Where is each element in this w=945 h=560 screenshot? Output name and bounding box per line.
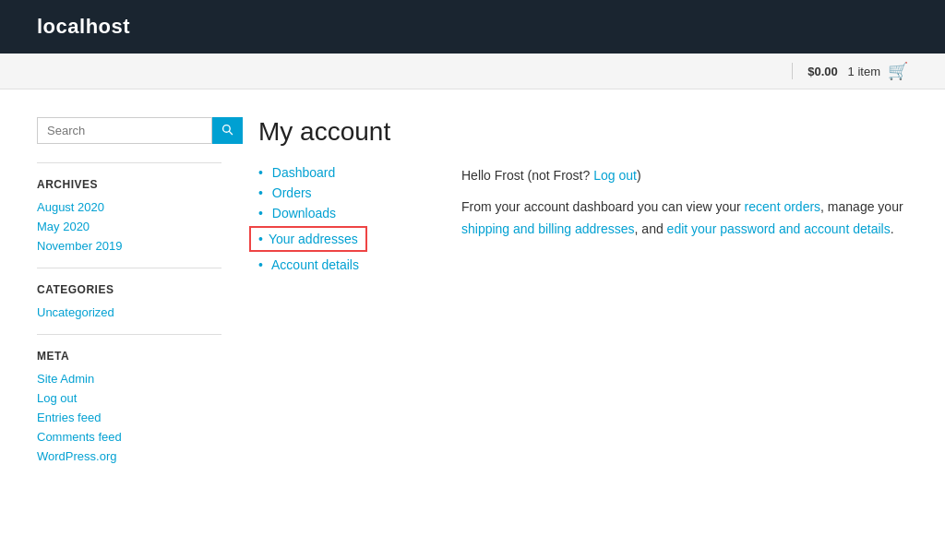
main-content: My account Dashboard Orders Downloads Yo… (258, 117, 908, 471)
greeting-text: Hello Frost (461, 168, 524, 183)
nav-link-your-addresses[interactable]: Your addresses (269, 232, 358, 246)
main-wrapper: ARCHIVES August 2020 May 2020 November 2… (0, 89, 945, 498)
sidebar-divider-1 (37, 162, 221, 163)
nav-item-your-addresses: Your addresses (249, 226, 367, 252)
site-title: localhost (37, 15, 130, 39)
nav-item-account-details: Account details (258, 257, 406, 272)
cart-icon[interactable]: 🛒 (888, 61, 908, 81)
site-header: localhost (0, 0, 945, 54)
search-icon (221, 124, 233, 136)
nav-item-downloads: Downloads (258, 206, 406, 220)
cart-items-count: 1 item (848, 65, 880, 78)
sidebar-link-august2020[interactable]: August 2020 (37, 200, 221, 214)
search-button[interactable] (212, 117, 243, 144)
sidebar-link-uncategorized[interactable]: Uncategorized (37, 305, 221, 319)
account-info-col: Hello Frost (not Frost? Log out) From yo… (461, 165, 908, 291)
search-form (37, 117, 221, 144)
nav-item-orders: Orders (258, 185, 406, 200)
sidebar-link-comments-feed[interactable]: Comments feed (37, 430, 221, 444)
shipping-billing-link[interactable]: shipping and billing addresses (461, 221, 635, 236)
meta-title: META (37, 350, 221, 363)
nav-item-dashboard: Dashboard (258, 165, 406, 180)
nav-link-downloads[interactable]: Downloads (272, 206, 336, 220)
description-paragraph: From your account dashboard you can view… (461, 197, 908, 241)
nav-link-dashboard[interactable]: Dashboard (272, 165, 336, 180)
desc-middle: , manage your (820, 199, 903, 214)
greeting-paragraph: Hello Frost (not Frost? Log out) (461, 165, 908, 187)
account-nav-col: Dashboard Orders Downloads Your addresse… (258, 165, 406, 291)
desc-final: . (891, 221, 894, 236)
logout-link[interactable]: Log out (593, 168, 637, 183)
sidebar-section-archives: ARCHIVES August 2020 May 2020 November 2… (37, 178, 221, 253)
sidebar-section-meta: META Site Admin Log out Entries feed Com… (37, 350, 221, 463)
nav-link-account-details[interactable]: Account details (271, 257, 359, 272)
categories-title: CATEGORIES (37, 283, 221, 296)
nav-link-orders[interactable]: Orders (272, 185, 312, 200)
desc-start: From your account dashboard you can view… (461, 199, 745, 214)
sidebar-divider-2 (37, 268, 221, 268)
not-frost-paren: (not Frost? (528, 168, 591, 183)
account-nav: Dashboard Orders Downloads Your addresse… (258, 165, 406, 272)
svg-line-1 (229, 131, 233, 135)
sidebar: ARCHIVES August 2020 May 2020 November 2… (37, 117, 221, 471)
cart-divider (792, 63, 793, 79)
archives-title: ARCHIVES (37, 178, 221, 191)
sidebar-divider-3 (37, 334, 221, 335)
svg-point-0 (223, 125, 231, 132)
sidebar-link-entries-feed[interactable]: Entries feed (37, 411, 221, 424)
desc-end: , and (635, 221, 667, 236)
sidebar-section-categories: CATEGORIES Uncategorized (37, 283, 221, 319)
sidebar-link-log-out[interactable]: Log out (37, 391, 221, 405)
cart-amount: $0.00 1 item (807, 65, 880, 78)
sidebar-link-site-admin[interactable]: Site Admin (37, 372, 221, 386)
sidebar-link-may2020[interactable]: May 2020 (37, 220, 221, 233)
logout-close: ) (637, 168, 641, 183)
sidebar-link-wordpress-org[interactable]: WordPress.org (37, 449, 221, 463)
search-input[interactable] (37, 117, 212, 144)
edit-password-link[interactable]: edit your password and account details (667, 221, 891, 236)
recent-orders-link[interactable]: recent orders (745, 199, 820, 214)
page-title: My account (258, 117, 908, 147)
cart-bar: $0.00 1 item 🛒 (0, 54, 945, 89)
sidebar-link-november2019[interactable]: November 2019 (37, 239, 221, 253)
cart-price: $0.00 (807, 65, 838, 78)
two-col-layout: Dashboard Orders Downloads Your addresse… (258, 165, 908, 291)
